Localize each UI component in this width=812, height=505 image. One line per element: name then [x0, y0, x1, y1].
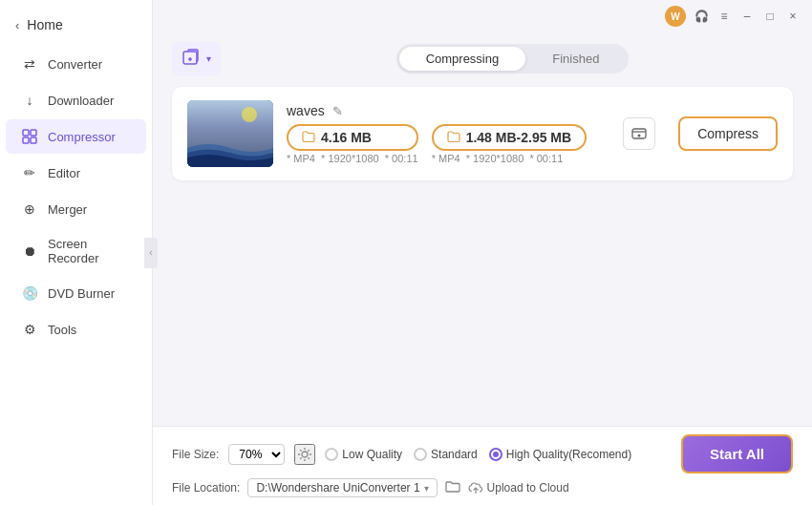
quality-radio-group: Low Quality Standard High Quality(Recome…	[325, 448, 631, 461]
compressed-size-value: 1.48 MB-2.95 MB	[466, 130, 571, 145]
svg-point-13	[302, 452, 308, 457]
toolbar: ▾ Compressing Finished	[172, 42, 793, 75]
original-size-meta: * MP4 * 1920*1080 * 00:11	[287, 153, 418, 164]
radio-low-dot	[325, 448, 338, 461]
compressed-folder-icon	[447, 131, 460, 145]
sidebar-item-label: Screen Recorder	[48, 237, 131, 265]
editor-icon: ✏	[21, 164, 38, 181]
radio-high-dot	[489, 448, 502, 461]
folder-icon	[302, 131, 315, 145]
start-all-button[interactable]: Start All	[681, 434, 793, 473]
svg-point-12	[638, 135, 641, 137]
sidebar-collapse-handle[interactable]: ‹	[144, 238, 158, 268]
dvd-burner-icon: 💿	[21, 284, 38, 302]
quality-standard-label: Standard	[431, 448, 478, 461]
add-file-chevron: ▾	[206, 53, 211, 64]
quality-low[interactable]: Low Quality	[325, 448, 402, 461]
file-size-label: File Size:	[172, 448, 219, 461]
add-file-button[interactable]: ▾	[172, 42, 221, 75]
location-path-text: D:\Wondershare UniConverter 1	[256, 481, 419, 494]
original-size-group: 4.16 MB * MP4 * 1920*1080 * 00:11	[287, 124, 418, 164]
converter-icon: ⇄	[21, 55, 38, 73]
location-path-selector[interactable]: D:\Wondershare UniConverter 1 ▾	[247, 478, 437, 497]
radio-standard-dot	[414, 448, 427, 461]
sidebar: ‹ Home ⇄ Converter ↓ Downloader Compress…	[0, 0, 153, 505]
tools-icon: ⚙	[21, 321, 38, 338]
upload-cloud-label: Upload to Cloud	[487, 481, 569, 494]
sidebar-item-label: Downloader	[48, 94, 114, 108]
sidebar-item-converter[interactable]: ⇄ Converter	[6, 47, 146, 81]
headset-icon[interactable]: 🎧	[694, 9, 709, 24]
quality-settings-icon[interactable]	[294, 444, 315, 465]
original-size-box: 4.16 MB	[287, 124, 418, 151]
sidebar-item-dvd-burner[interactable]: 💿 DVD Burner	[6, 276, 146, 310]
sidebar-item-downloader[interactable]: ↓ Downloader	[6, 83, 146, 117]
tab-compressing[interactable]: Compressing	[399, 47, 526, 71]
main-content: W 🎧 ≡ – □ × ▾ Com	[153, 0, 812, 505]
file-location-label: File Location:	[172, 481, 240, 494]
home-nav[interactable]: ‹ Home	[0, 10, 152, 46]
sidebar-item-tools[interactable]: ⚙ Tools	[6, 312, 146, 347]
sidebar-item-label: DVD Burner	[48, 286, 115, 301]
downloader-icon: ↓	[21, 92, 38, 109]
screen-recorder-icon: ⏺	[21, 242, 38, 260]
compressor-icon	[21, 128, 38, 145]
tab-switcher: Compressing Finished	[396, 44, 630, 74]
quality-high[interactable]: High Quality(Recomend)	[489, 448, 631, 461]
sidebar-item-merger[interactable]: ⊕ Merger	[6, 192, 146, 226]
compressed-size-box: 1.48 MB-2.95 MB	[432, 124, 587, 151]
quality-low-label: Low Quality	[342, 448, 402, 461]
content-area: ▾ Compressing Finished	[153, 32, 812, 426]
file-size-row: File Size: 70% 50% 80% 90% Low Quality	[172, 434, 793, 473]
close-button[interactable]: ×	[785, 9, 801, 24]
file-location-row: File Location: D:\Wondershare UniConvert…	[172, 478, 793, 497]
svg-rect-0	[23, 130, 29, 136]
user-avatar[interactable]: W	[665, 6, 686, 27]
settings-action-button[interactable]	[623, 117, 655, 150]
svg-rect-2	[23, 137, 29, 143]
compressed-size-group: 1.48 MB-2.95 MB * MP4 * 1920*1080 * 00:1…	[432, 124, 587, 164]
file-thumbnail	[187, 100, 273, 167]
sidebar-item-label: Editor	[48, 166, 80, 180]
compressed-size-meta: * MP4 * 1920*1080 * 00:11	[432, 153, 587, 164]
svg-rect-3	[31, 137, 36, 143]
file-name: waves	[287, 103, 325, 118]
size-info: 4.16 MB * MP4 * 1920*1080 * 00:11	[287, 124, 600, 164]
sidebar-item-label: Tools	[48, 323, 76, 337]
bottom-bar: File Size: 70% 50% 80% 90% Low Quality	[153, 426, 812, 505]
sidebar-item-label: Merger	[48, 202, 87, 217]
open-folder-icon[interactable]	[445, 480, 460, 496]
back-icon: ‹	[15, 18, 19, 32]
edit-icon[interactable]: ✎	[332, 104, 343, 118]
file-name-row: waves ✎	[287, 103, 600, 118]
file-info: waves ✎ 4.16 MB	[287, 103, 600, 164]
titlebar: W 🎧 ≡ – □ ×	[153, 0, 812, 32]
add-file-icon	[182, 48, 203, 70]
svg-point-9	[242, 107, 257, 122]
merger-icon: ⊕	[21, 200, 38, 218]
tab-finished[interactable]: Finished	[525, 47, 626, 71]
quality-standard[interactable]: Standard	[414, 448, 478, 461]
sidebar-item-label: Compressor	[48, 130, 116, 144]
sidebar-item-screen-recorder[interactable]: ⏺ Screen Recorder	[6, 228, 146, 274]
quality-high-label: High Quality(Recomend)	[506, 448, 631, 461]
sidebar-item-label: Converter	[48, 57, 102, 72]
home-label: Home	[27, 17, 62, 32]
sidebar-item-editor[interactable]: ✏ Editor	[6, 156, 146, 190]
compress-button[interactable]: Compress	[678, 116, 778, 151]
file-size-select[interactable]: 70% 50% 80% 90%	[228, 444, 285, 465]
sidebar-item-compressor[interactable]: Compressor	[6, 119, 146, 154]
svg-rect-1	[31, 130, 36, 136]
maximize-button[interactable]: □	[762, 9, 778, 24]
file-card: waves ✎ 4.16 MB	[172, 87, 793, 180]
upload-cloud-button[interactable]: Upload to Cloud	[468, 481, 569, 494]
minimize-button[interactable]: –	[739, 9, 755, 24]
action-icons	[623, 117, 655, 150]
location-chevron-icon: ▾	[424, 483, 429, 494]
original-size-value: 4.16 MB	[321, 130, 372, 145]
menu-icon[interactable]: ≡	[716, 9, 732, 24]
